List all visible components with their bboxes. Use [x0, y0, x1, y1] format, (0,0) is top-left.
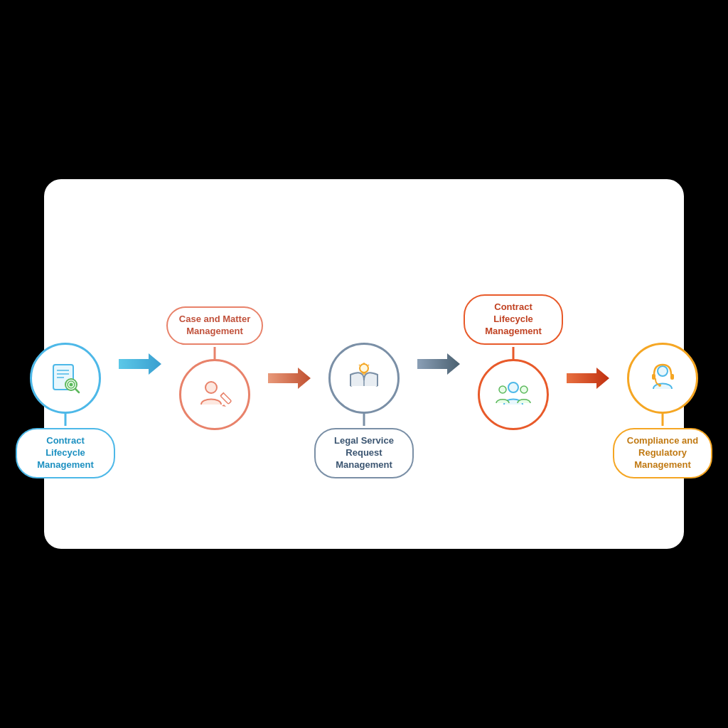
node-circle-3: [328, 343, 400, 414]
node-group-1: Contract Lifecycle Management: [12, 343, 119, 414]
svg-point-29: [658, 384, 661, 387]
stem-3: [363, 412, 365, 426]
svg-line-6: [75, 389, 79, 392]
arrow-3: [417, 350, 460, 378]
node-circle-5: [627, 343, 698, 414]
svg-marker-12: [222, 405, 226, 407]
svg-rect-28: [670, 374, 674, 380]
svg-point-23: [499, 386, 506, 393]
node-circle-2: [179, 359, 250, 430]
node-group-2: Case and MatterManagement: [161, 299, 268, 430]
diagram-container: Contract Lifecycle Management Case and M…: [44, 179, 684, 549]
flow-row: Contract Lifecycle Management Case and M…: [12, 299, 716, 430]
node-group-5: Compliance andRegulatory Management: [609, 343, 716, 414]
node-group-4: Contract LifecycleManagement: [460, 299, 567, 430]
svg-point-15: [360, 364, 368, 373]
svg-point-22: [508, 382, 518, 392]
svg-line-20: [368, 365, 369, 365]
node-circle-1: [30, 343, 101, 414]
svg-point-26: [658, 366, 668, 376]
svg-marker-21: [417, 353, 460, 375]
svg-line-19: [359, 365, 360, 365]
label-bubble-3: Legal Service RequestManagement: [314, 428, 414, 478]
label-bubble-2: Case and MatterManagement: [166, 306, 263, 345]
label-bubble-1: Contract Lifecycle Management: [16, 428, 115, 478]
arrow-2: [268, 364, 311, 392]
stem-5: [662, 412, 664, 426]
svg-point-9: [205, 382, 217, 393]
svg-marker-25: [567, 368, 609, 389]
arrow-4: [567, 364, 609, 392]
label-bubble-4: Contract LifecycleManagement: [464, 294, 563, 345]
svg-point-7: [69, 382, 73, 386]
svg-point-24: [520, 386, 528, 393]
node-circle-4: [478, 359, 549, 430]
svg-marker-8: [119, 353, 161, 375]
label-bubble-5: Compliance andRegulatory Management: [613, 428, 712, 478]
node-group-3: Legal Service RequestManagement: [311, 343, 417, 414]
svg-marker-13: [268, 368, 311, 389]
arrow-1: [119, 350, 161, 378]
stem-1: [65, 412, 67, 426]
